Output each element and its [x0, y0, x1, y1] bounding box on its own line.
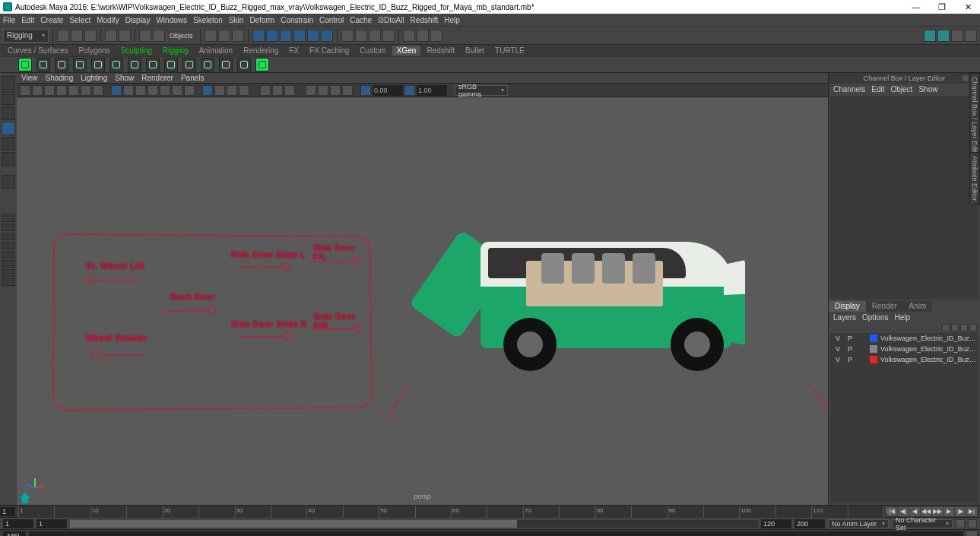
select-object-icon[interactable] — [153, 30, 165, 42]
vp-motion-blur-icon[interactable] — [184, 85, 195, 96]
shelf-tab-bullet[interactable]: Bullet — [461, 46, 489, 56]
vp-menu-lighting[interactable]: Lighting — [81, 74, 107, 82]
layout-persp-graph-icon[interactable] — [2, 269, 15, 277]
anim-layer-dropdown[interactable]: No Anim Layer — [828, 519, 889, 528]
layer-menu-options[interactable]: Options — [862, 313, 888, 322]
layout-outliner-icon[interactable] — [2, 260, 15, 268]
vp-antialias-icon[interactable] — [306, 85, 316, 96]
menu-i3dtoall[interactable]: i3DtoAll — [378, 16, 404, 24]
lasso-tool-icon[interactable] — [2, 91, 15, 105]
snap-a-icon[interactable] — [252, 30, 265, 42]
layer-color-swatch[interactable] — [870, 345, 877, 353]
shelf-tab-fx-caching[interactable]: FX Caching — [305, 46, 354, 56]
snap-grid-icon[interactable] — [205, 30, 217, 42]
render-settings-icon[interactable] — [382, 30, 395, 42]
vp-ao-icon[interactable] — [172, 85, 182, 96]
shelf-icon-14[interactable] — [255, 58, 269, 71]
menu-cache[interactable]: Cache — [350, 16, 372, 24]
shelf-tab-animation[interactable]: Animation — [195, 46, 237, 56]
ch-menu-channels[interactable]: Channels — [833, 85, 865, 94]
auto-key-icon[interactable] — [956, 519, 965, 528]
ipr-icon[interactable] — [369, 30, 381, 42]
ch-menu-show[interactable]: Show — [918, 85, 937, 94]
vp-film-gate-icon[interactable] — [93, 85, 103, 96]
layout-two-h-icon[interactable] — [2, 233, 15, 240]
ch-menu-object[interactable]: Object — [891, 85, 913, 94]
vp-gamma-field[interactable]: 1.00 — [417, 85, 447, 96]
menu-constrain[interactable]: Constrain — [281, 16, 313, 24]
save-scene-icon[interactable] — [84, 30, 97, 42]
vp-xray-joints-icon[interactable] — [227, 85, 237, 96]
vehicle-mesh[interactable] — [420, 219, 747, 386]
vp-lights-icon[interactable] — [147, 85, 158, 96]
vp-grid-icon[interactable] — [81, 85, 91, 96]
snap-b-icon[interactable] — [266, 30, 278, 42]
vp-exposure-toggle-icon[interactable] — [360, 85, 371, 96]
ch-menu-edit[interactable]: Edit — [871, 85, 884, 94]
shelf-icon-7[interactable] — [128, 58, 141, 71]
viewport-3d[interactable]: St. Wheel L/R Wheel Rotator Back Door Si… — [17, 97, 828, 505]
shelf-tab-turtle[interactable]: TURTLE — [490, 46, 529, 56]
layout-three-icon[interactable] — [2, 251, 15, 258]
construction-history-icon[interactable] — [341, 30, 354, 42]
script-editor-icon[interactable] — [966, 531, 977, 537]
vp-menu-view[interactable]: View — [21, 74, 38, 82]
play-back-button[interactable]: ◀◀ — [921, 507, 931, 516]
snap-point-icon[interactable] — [232, 30, 244, 42]
menu-display[interactable]: Display — [125, 16, 151, 24]
layer-playback-toggle[interactable]: P — [845, 345, 855, 353]
snap-curve-icon[interactable] — [218, 30, 230, 42]
time-ruler[interactable]: 1102030405060708090100110120 — [18, 506, 883, 518]
select-hierarchy-icon[interactable] — [139, 30, 151, 42]
vp-gamma-dropdown[interactable]: sRGB gamma — [455, 85, 508, 96]
shelf-icon-1[interactable] — [18, 58, 32, 71]
shelf-icon-9[interactable] — [164, 58, 178, 71]
anim-start-field[interactable]: 1 — [3, 519, 33, 528]
command-input[interactable] — [29, 531, 963, 537]
shelf-tab-curves-surfaces[interactable]: Curves / Surfaces — [3, 46, 72, 56]
vp-menu-show[interactable]: Show — [115, 74, 134, 82]
layout-single-icon[interactable] — [2, 214, 15, 222]
layer-menu-help[interactable]: Help — [894, 313, 910, 322]
vp-menu-panels[interactable]: Panels — [181, 74, 205, 82]
vp-select-camera-icon[interactable] — [20, 85, 30, 96]
panel-layout-3-icon[interactable] — [430, 30, 442, 42]
snap-c-icon[interactable] — [280, 30, 292, 42]
layer-playback-toggle[interactable]: P — [845, 356, 855, 363]
shelf-icon-11[interactable] — [201, 58, 214, 71]
vp-view-transform-icon[interactable] — [272, 85, 283, 96]
menu-help[interactable]: Help — [444, 16, 460, 24]
panel-dock-icon[interactable] — [962, 75, 969, 82]
layer-tab-anim[interactable]: Anim — [903, 301, 933, 312]
shelf-tab-sculpting[interactable]: Sculpting — [116, 46, 157, 56]
menu-windows[interactable]: Windows — [156, 16, 187, 24]
shelf-icon-10[interactable] — [182, 58, 196, 71]
layer-color-swatch[interactable] — [870, 356, 877, 363]
layer-visibility-toggle[interactable]: V — [833, 335, 842, 342]
shelf-icon-6[interactable] — [109, 58, 123, 71]
shelf-icon-5[interactable] — [91, 58, 105, 71]
shelf-tab-rendering[interactable]: Rendering — [239, 46, 283, 56]
side-tab-attribute-editor[interactable]: Attribute Editor — [969, 152, 980, 205]
close-button[interactable]: ✕ — [959, 2, 977, 12]
rotate-tool-icon[interactable] — [2, 137, 15, 151]
shelf-icon-12[interactable] — [219, 58, 233, 71]
menu-create[interactable]: Create — [40, 16, 63, 24]
ground-control-curve[interactable] — [385, 385, 828, 420]
time-slider[interactable]: 1 1102030405060708090100110120 |◀ ◀| ◀ ◀… — [0, 505, 980, 517]
move-tool-icon[interactable] — [2, 122, 15, 135]
shelf-tab-rigging[interactable]: Rigging — [158, 46, 193, 56]
vp-render-icon[interactable] — [342, 85, 353, 96]
vp-gamma-icon[interactable] — [260, 85, 271, 96]
snap-d-icon[interactable] — [293, 30, 306, 42]
scale-tool-icon[interactable] — [2, 152, 15, 166]
shelf-icon-4[interactable] — [73, 58, 87, 71]
menu-edit[interactable]: Edit — [21, 16, 34, 24]
range-slider[interactable] — [70, 520, 758, 528]
minimize-button[interactable]: — — [907, 2, 925, 12]
vp-isolate-icon[interactable] — [202, 85, 213, 96]
step-back-key-button[interactable]: ◀| — [898, 507, 909, 516]
shelf-tab-custom[interactable]: Custom — [355, 46, 390, 56]
sidebar-toggle-3-icon[interactable] — [951, 30, 963, 42]
undo-icon[interactable] — [105, 30, 117, 42]
